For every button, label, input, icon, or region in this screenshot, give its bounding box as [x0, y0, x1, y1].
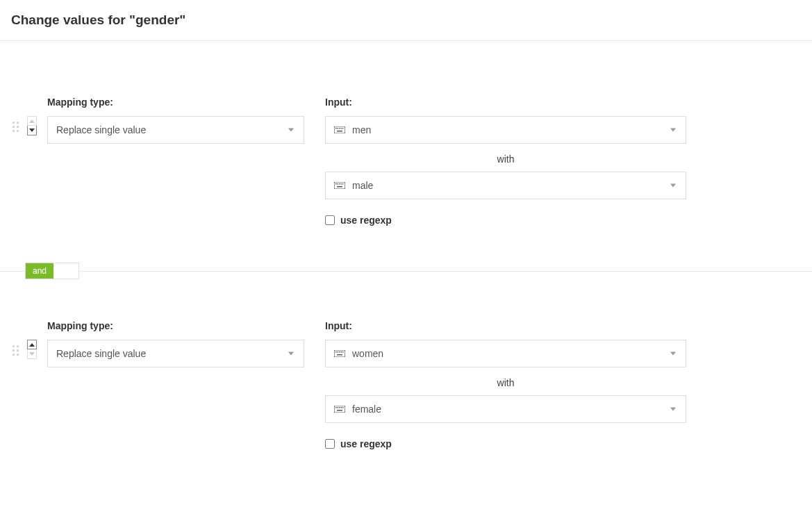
input-value-select[interactable]: women: [325, 340, 686, 367]
drag-handle-icon[interactable]: [13, 122, 22, 132]
svg-rect-16: [338, 351, 339, 353]
output-value-select[interactable]: female: [325, 395, 686, 423]
mapping-rule: Mapping type: Replace single value Input…: [0, 320, 812, 484]
mapping-type-value: Replace single value: [56, 348, 146, 359]
svg-rect-9: [338, 183, 339, 185]
output-value: male: [352, 180, 373, 191]
svg-rect-15: [335, 351, 337, 353]
mapping-rule: Mapping type: Replace single value Input…: [0, 97, 812, 260]
svg-rect-17: [339, 351, 340, 353]
use-regexp-checkbox[interactable]: [325, 215, 335, 225]
keyboard-icon: [334, 182, 345, 189]
dialog-header: Change values for "gender": [0, 0, 812, 41]
svg-rect-22: [335, 407, 337, 408]
use-regexp-label: use regexp: [340, 215, 392, 226]
svg-rect-18: [341, 351, 342, 353]
input-value: men: [352, 124, 371, 135]
keyboard-icon: [334, 406, 345, 413]
dialog-title: Change values for "gender": [11, 13, 801, 28]
mapping-type-select[interactable]: Replace single value: [47, 116, 304, 144]
svg-rect-21: [334, 406, 345, 413]
use-regexp-checkbox[interactable]: [325, 439, 335, 449]
svg-rect-0: [334, 126, 345, 133]
with-label: with: [325, 377, 686, 388]
mapping-type-value: Replace single value: [56, 124, 146, 135]
svg-rect-24: [339, 407, 340, 408]
keyboard-icon: [334, 126, 345, 133]
input-label: Input:: [325, 97, 686, 108]
rule-connector: and: [0, 260, 812, 281]
input-label: Input:: [325, 320, 686, 331]
with-label: with: [325, 154, 686, 165]
svg-rect-1: [335, 128, 337, 129]
svg-rect-12: [342, 183, 344, 185]
svg-rect-4: [341, 128, 342, 129]
drag-handle-icon[interactable]: [13, 345, 22, 356]
mapping-type-label: Mapping type:: [47, 97, 304, 108]
svg-rect-23: [338, 407, 339, 408]
svg-rect-25: [341, 407, 342, 408]
svg-rect-2: [338, 128, 339, 129]
svg-rect-11: [341, 183, 342, 185]
svg-rect-13: [337, 186, 342, 188]
move-up-button: [27, 116, 37, 126]
svg-rect-14: [334, 350, 345, 357]
svg-rect-10: [339, 183, 340, 185]
input-value-select[interactable]: men: [325, 116, 686, 144]
svg-rect-8: [335, 183, 337, 185]
mapping-type-select[interactable]: Replace single value: [47, 340, 304, 367]
svg-rect-3: [339, 128, 340, 129]
chevron-down-icon: [670, 129, 676, 132]
chevron-down-icon: [670, 184, 676, 188]
svg-rect-26: [342, 407, 344, 408]
input-value: women: [352, 348, 383, 359]
chevron-down-icon: [670, 352, 676, 356]
mapping-type-label: Mapping type:: [47, 320, 304, 331]
chevron-down-icon: [288, 352, 294, 356]
move-down-button[interactable]: [27, 126, 37, 135]
svg-rect-6: [337, 131, 342, 132]
svg-rect-20: [337, 354, 342, 356]
output-value-select[interactable]: male: [325, 172, 686, 199]
svg-rect-5: [342, 128, 344, 129]
move-up-button[interactable]: [27, 340, 37, 349]
svg-rect-19: [342, 351, 344, 353]
connector-line: [0, 271, 812, 272]
output-value: female: [352, 404, 381, 415]
connector-operator-alt: [53, 263, 78, 279]
chevron-down-icon: [670, 408, 676, 411]
chevron-down-icon: [288, 129, 294, 132]
connector-operator-value: and: [26, 263, 53, 279]
move-down-button: [27, 349, 37, 359]
svg-rect-7: [334, 182, 345, 189]
svg-rect-27: [337, 410, 342, 411]
rules-container: Mapping type: Replace single value Input…: [0, 41, 812, 484]
keyboard-icon: [334, 350, 345, 357]
use-regexp-label: use regexp: [340, 438, 392, 449]
connector-operator-toggle[interactable]: and: [25, 263, 79, 279]
